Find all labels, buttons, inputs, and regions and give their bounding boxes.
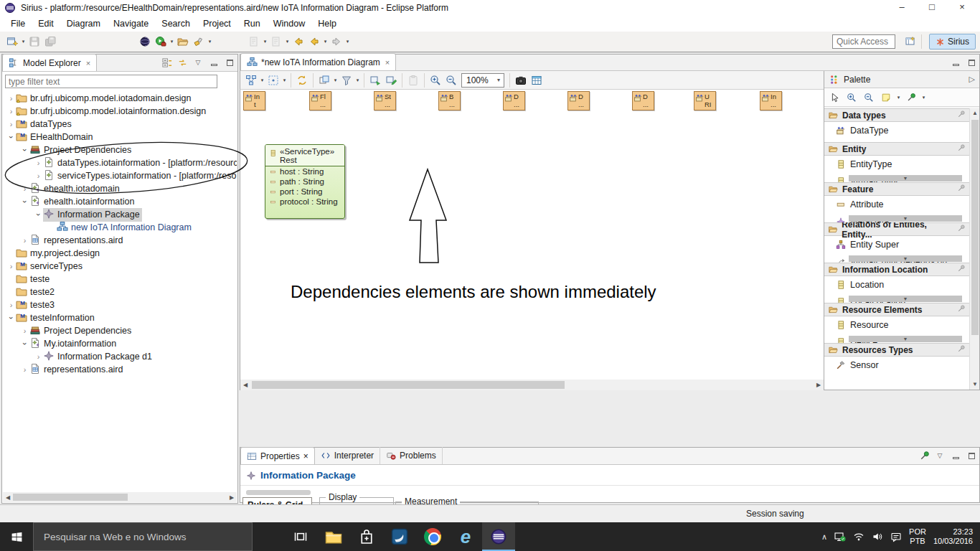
chrome-icon[interactable]	[416, 522, 449, 551]
datatype-element[interactable]: B...	[438, 91, 461, 110]
chevron-expanded-icon[interactable]: ›	[35, 210, 42, 220]
palette-tool-datatype[interactable]: DataType	[824, 122, 969, 139]
pin-drawer-icon[interactable]	[957, 344, 966, 355]
chevron-collapsed-icon[interactable]: ›	[20, 237, 29, 244]
tree-item[interactable]: ›Information Package	[2, 208, 237, 221]
language-indicator[interactable]: POR PTB	[909, 527, 926, 546]
palette-header[interactable]: Palette ▷	[824, 71, 979, 88]
chevron-expanded-icon[interactable]: ›	[22, 146, 29, 155]
palette-zoom-in-tool[interactable]	[844, 90, 859, 105]
pin-drawer-icon[interactable]	[957, 224, 966, 235]
snapshot-button[interactable]	[513, 72, 529, 88]
scroll-down-overlay[interactable]: ▼	[849, 336, 962, 342]
palette-tool-partial[interactable]: Device ▼	[824, 334, 969, 343]
scroll-left-icon[interactable]: ◀	[3, 494, 13, 501]
chevron-collapsed-icon[interactable]: ›	[34, 172, 43, 179]
servicetype-attribute[interactable]: protocol : String	[265, 197, 344, 207]
tree-item[interactable]: ›serviceTypes	[2, 260, 237, 273]
start-button[interactable]	[0, 522, 33, 551]
tray-chevron-icon[interactable]: ∧	[821, 532, 827, 542]
chevron-collapsed-icon[interactable]: ›	[34, 159, 43, 166]
tree-item[interactable]: ›ehealth.iotadomain	[2, 182, 237, 195]
palette-tool-attribute[interactable]: Attribute	[824, 196, 969, 213]
scroll-down-overlay[interactable]: ▼	[849, 215, 962, 222]
search-dropdown-icon[interactable]: ▾	[207, 39, 213, 44]
eclipse-taskbar-icon[interactable]	[482, 522, 515, 551]
search-flashlight-button[interactable]	[191, 34, 207, 50]
tree-item[interactable]: teste	[2, 273, 237, 286]
pin-drawer-icon[interactable]	[957, 110, 966, 121]
sirius-perspective-button[interactable]: Sirius	[929, 34, 976, 50]
copy-appearance-dropdown-icon[interactable]: ▾	[332, 77, 339, 83]
scroll-down-overlay[interactable]: ▼	[849, 255, 962, 262]
servicetype-rest-element[interactable]: «ServiceType» Rest host : String path : …	[265, 144, 345, 219]
close-tab-icon[interactable]: ×	[303, 451, 308, 461]
tree-item[interactable]: ›Project Dependencies	[2, 324, 237, 337]
minimize-view-button[interactable]	[950, 450, 961, 461]
tree-item[interactable]: ›teste3	[2, 298, 237, 311]
select-dropdown-icon[interactable]: ▾	[281, 77, 288, 83]
palette-tool-sensor[interactable]: Sensor	[824, 357, 969, 374]
chevron-collapsed-icon[interactable]: ›	[20, 366, 29, 373]
pin-view-button[interactable]	[918, 450, 930, 461]
tree-item[interactable]: new IoTA Information Diagram	[2, 221, 237, 234]
palette-pin-tool[interactable]	[903, 90, 919, 105]
taskbar-search[interactable]	[33, 522, 253, 551]
scroll-left-icon[interactable]: ◀	[240, 382, 250, 388]
refresh-diagram-button[interactable]	[294, 72, 310, 88]
quick-access-input[interactable]	[832, 34, 895, 49]
windows-store-icon[interactable]	[350, 522, 383, 551]
back-history-button[interactable]	[306, 34, 322, 50]
view-menu-icon[interactable]: ▽	[192, 57, 204, 68]
chevron-collapsed-icon[interactable]: ›	[6, 301, 16, 309]
previous-annotation-dropdown-icon[interactable]: ▾	[284, 39, 291, 44]
chevron-expanded-icon[interactable]: ›	[8, 314, 15, 323]
palette-scrollbar[interactable]: ▲ ▼	[969, 108, 979, 390]
datatype-element[interactable]: D...	[503, 91, 525, 110]
menu-help[interactable]: Help	[311, 17, 343, 31]
select-mode-button[interactable]	[265, 72, 281, 88]
pin-drawer-icon[interactable]	[957, 184, 966, 194]
palette-drawer-header[interactable]: Feature	[824, 182, 969, 196]
palette-tool-partial[interactable]: VirtualEntity ▼	[824, 173, 969, 182]
tree-item[interactable]: ›EHealthDomain	[2, 131, 237, 143]
datatype-element[interactable]: In...	[760, 91, 782, 110]
scroll-down-icon[interactable]: ▼	[970, 380, 980, 390]
tree-item[interactable]: ›Project Dependencies	[2, 143, 237, 156]
explorer-horizontal-scrollbar[interactable]: ◀ ▶	[3, 492, 237, 502]
servicetype-attribute[interactable]: port : String	[265, 187, 344, 197]
palette-tool-partial[interactable]: VirtualEntity depends on ▼	[824, 253, 969, 263]
edit-mode-button[interactable]	[383, 72, 399, 88]
datatype-element[interactable]: Fl...	[309, 91, 331, 110]
scroll-up-icon[interactable]: ▲	[970, 108, 980, 118]
zoom-out-button[interactable]	[443, 72, 459, 88]
datatype-element[interactable]: URI	[694, 91, 716, 110]
mysql-workbench-icon[interactable]	[383, 522, 416, 551]
file-explorer-icon[interactable]	[317, 522, 350, 551]
paste-layout-button[interactable]	[405, 72, 421, 88]
palette-drawer-header[interactable]: Resources Types	[824, 343, 969, 357]
sash-divider[interactable]	[240, 441, 980, 447]
tree-item[interactable]: ›ehealth.iotainformation	[2, 195, 237, 208]
tree-item[interactable]: ›representations.aird	[2, 363, 237, 376]
browser-globe-button[interactable]	[137, 34, 153, 50]
scroll-down-overlay[interactable]: ▼	[849, 296, 962, 302]
filters-dropdown-icon[interactable]: ▾	[354, 77, 361, 83]
datatype-element[interactable]: D...	[632, 91, 654, 110]
tree-item[interactable]: ›serviceTypes.iotainformation - [platfor…	[2, 169, 237, 182]
chevron-expanded-icon[interactable]: ›	[22, 339, 29, 349]
palette-tool-partial[interactable]: MetaData ▼	[824, 213, 969, 222]
window-maximize-button[interactable]: □	[917, 0, 947, 16]
canvas-horizontal-scrollbar[interactable]: ◀ ▶	[240, 380, 824, 390]
task-view-button[interactable]	[284, 522, 317, 551]
model-explorer-tab[interactable]: Model Explorer ×	[2, 54, 97, 71]
save-button[interactable]	[27, 34, 42, 50]
sidetab-scrollbar-thumb[interactable]	[246, 490, 311, 495]
tree-filter-input[interactable]	[5, 75, 217, 88]
zoom-in-button[interactable]	[428, 72, 443, 88]
internet-explorer-icon[interactable]: e	[449, 522, 482, 551]
palette-zoom-out-tool[interactable]	[861, 90, 877, 105]
tree-item[interactable]: ›br.ufrj.ubicomp.model.iotadomain.design	[2, 92, 237, 105]
tree-item[interactable]: ›br.ufrj.ubicomp.model.iotainformation.d…	[2, 105, 237, 118]
palette-drawer-header[interactable]: Information Location	[824, 263, 969, 276]
